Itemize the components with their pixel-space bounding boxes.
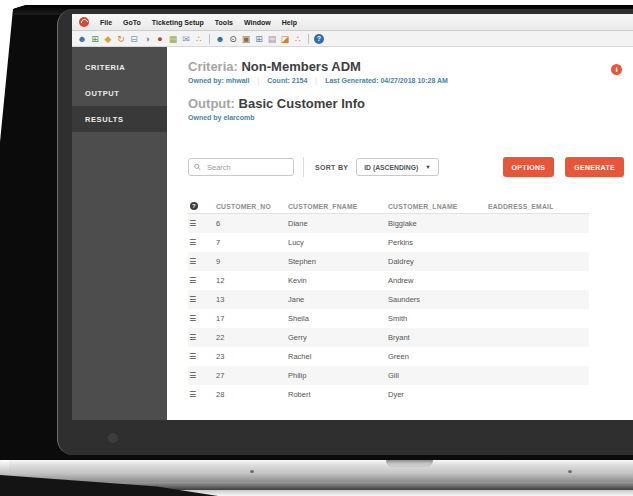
column-header-eaddress-email: EADDRESS_EMAIL bbox=[488, 203, 589, 210]
row-menu-icon[interactable]: ☰ bbox=[189, 371, 196, 380]
row-menu-icon[interactable]: ☰ bbox=[189, 333, 196, 342]
meta-divider: | bbox=[257, 77, 259, 84]
info-icon[interactable]: i bbox=[611, 64, 622, 75]
base-screw bbox=[568, 470, 572, 473]
sidebar-item-results[interactable]: RESULTS bbox=[72, 106, 167, 132]
cell-customer-no: 12 bbox=[216, 276, 288, 285]
menu-item[interactable]: Window bbox=[244, 19, 271, 26]
form-icon[interactable]: ⊟ bbox=[129, 34, 139, 44]
criteria-count: Count: 2154 bbox=[267, 77, 307, 84]
history-icon[interactable]: ⊙ bbox=[228, 34, 238, 44]
sidebar: CRITERIAOUTPUTRESULTS bbox=[72, 47, 167, 420]
cell-customer-lname: Bigglake bbox=[388, 219, 488, 228]
ticket-icon[interactable]: ◪ bbox=[280, 34, 290, 44]
cell-customer-no: 22 bbox=[216, 333, 288, 342]
cell-customer-lname: Perkins bbox=[388, 238, 488, 247]
menu-item[interactable]: File bbox=[100, 19, 112, 26]
vertical-divider bbox=[303, 157, 304, 177]
criteria-owned-by: Owned by: mhwall bbox=[188, 77, 249, 84]
cell-customer-fname: Stephen bbox=[288, 257, 388, 266]
output-owned-by: Owned by elarcomb bbox=[188, 114, 633, 121]
table-row[interactable]: ☰ 9 Stephen Daldrey bbox=[188, 252, 589, 271]
table-row[interactable]: ☰ 27 Philip Gill bbox=[188, 366, 589, 385]
user-search-icon[interactable]: ☻ bbox=[215, 34, 225, 44]
row-menu-icon[interactable]: ☰ bbox=[189, 219, 196, 228]
column-header-customer-fname: CUSTOMER_FNAME bbox=[288, 203, 388, 210]
sort-dropdown[interactable]: ID (ASCENDING) ▼ bbox=[356, 158, 438, 176]
row-menu-icon[interactable]: ☰ bbox=[189, 238, 196, 247]
cell-customer-no: 6 bbox=[216, 219, 288, 228]
refresh-icon[interactable]: ↻ bbox=[116, 34, 126, 44]
sidebar-item-output[interactable]: OUTPUT bbox=[72, 80, 167, 106]
toolbar-separator[interactable] bbox=[308, 34, 309, 44]
row-menu-icon[interactable]: ☰ bbox=[189, 295, 196, 304]
output-title: Output: Basic Customer Info bbox=[188, 96, 633, 111]
criteria-meta: Owned by: mhwall | Count: 2154 | Last Ge… bbox=[188, 77, 633, 84]
search-input[interactable] bbox=[205, 162, 288, 173]
row-menu-icon[interactable]: ☰ bbox=[189, 352, 196, 361]
briefcase-icon[interactable]: ▣ bbox=[241, 34, 251, 44]
help-icon[interactable]: ? bbox=[314, 34, 324, 44]
user-icon[interactable]: ☻ bbox=[77, 34, 87, 44]
search-box[interactable] bbox=[188, 158, 294, 176]
sidebar-item-criteria[interactable]: CRITERIA bbox=[72, 54, 167, 80]
table-row[interactable]: ☰ 6 Diane Bigglake bbox=[188, 214, 589, 233]
row-menu-icon[interactable]: ☰ bbox=[189, 314, 196, 323]
grid-edit-icon[interactable]: ▦ bbox=[168, 34, 178, 44]
cell-customer-no: 9 bbox=[216, 257, 288, 266]
main-content: i Criteria: Non-Members ADM Owned by: mh… bbox=[167, 47, 633, 420]
table-row[interactable]: ☰ 12 Kevin Andrew bbox=[188, 271, 589, 290]
generate-button[interactable]: GENERATE bbox=[565, 157, 624, 177]
cell-customer-lname: Saunders bbox=[388, 295, 488, 304]
cell-customer-lname: Smith bbox=[388, 314, 488, 323]
table-row[interactable]: ☰ 22 Gerry Bryant bbox=[188, 328, 589, 347]
table-icon[interactable]: ⊞ bbox=[90, 34, 100, 44]
record-icon[interactable]: ● bbox=[155, 34, 165, 44]
cell-customer-no: 27 bbox=[216, 371, 288, 380]
cell-customer-fname: Robert bbox=[288, 390, 388, 399]
menu-item[interactable]: Ticketing Setup bbox=[152, 19, 204, 26]
cell-customer-fname: Rachel bbox=[288, 352, 388, 361]
cell-customer-lname: Gill bbox=[388, 371, 488, 380]
cell-customer-no: 28 bbox=[216, 390, 288, 399]
row-menu-icon[interactable]: ☰ bbox=[189, 257, 196, 266]
toolbar-separator[interactable] bbox=[209, 34, 210, 44]
window-icon[interactable]: ⊞ bbox=[254, 34, 264, 44]
cell-customer-fname: Sheila bbox=[288, 314, 388, 323]
cell-customer-no: 17 bbox=[216, 314, 288, 323]
cell-customer-no: 7 bbox=[216, 238, 288, 247]
diamond-icon[interactable]: ◆ bbox=[103, 34, 113, 44]
table-row[interactable]: ☰ 13 Jane Saunders bbox=[188, 290, 589, 309]
clock-icon[interactable]: ◑ bbox=[142, 34, 152, 44]
table-row[interactable]: ☰ 28 Robert Dyer bbox=[188, 385, 589, 404]
row-menu-icon[interactable]: ☰ bbox=[189, 276, 196, 285]
table-row[interactable]: ☰ 7 Lucy Perkins bbox=[188, 233, 589, 252]
row-menu-icon[interactable]: ☰ bbox=[189, 390, 196, 399]
button-group: OPTIONS GENERATE bbox=[503, 157, 624, 177]
sort-by-label: SORT BY bbox=[315, 164, 348, 171]
network-icon[interactable]: ∴ bbox=[293, 34, 303, 44]
menu-item[interactable]: GoTo bbox=[123, 19, 141, 26]
options-button[interactable]: OPTIONS bbox=[503, 157, 555, 177]
cell-customer-lname: Andrew bbox=[388, 276, 488, 285]
chevron-down-icon: ▼ bbox=[425, 164, 430, 170]
app-logo-icon bbox=[79, 17, 89, 27]
column-header-customer-lname: CUSTOMER_LNAME bbox=[388, 203, 488, 210]
results-table: ? CUSTOMER_NO CUSTOMER_FNAME CUSTOMER_LN… bbox=[188, 199, 589, 404]
menu-item[interactable]: Help bbox=[282, 19, 297, 26]
cell-customer-lname: Green bbox=[388, 352, 488, 361]
mail-icon[interactable]: ✉ bbox=[181, 34, 191, 44]
table-row[interactable]: ☰ 17 Sheila Smith bbox=[188, 309, 589, 328]
cell-customer-fname: Gerry bbox=[288, 333, 388, 342]
column-info-icon[interactable]: ? bbox=[190, 202, 198, 210]
cell-customer-lname: Bryant bbox=[388, 333, 488, 342]
printer-icon[interactable]: ▤ bbox=[267, 34, 277, 44]
lid-notch bbox=[386, 460, 433, 467]
laptop-base bbox=[0, 460, 633, 482]
app-window: FileGoToTicketing SetupToolsWindowHelp ☻… bbox=[72, 14, 633, 420]
menu-item[interactable]: Tools bbox=[215, 19, 233, 26]
table-body: ☰ 6 Diane Bigglake ☰ 7 Lucy Perkins bbox=[188, 214, 589, 404]
criteria-title: Criteria: Non-Members ADM bbox=[188, 59, 633, 74]
share-icon[interactable]: ∴ bbox=[194, 34, 204, 44]
table-row[interactable]: ☰ 23 Rachel Green bbox=[188, 347, 589, 366]
